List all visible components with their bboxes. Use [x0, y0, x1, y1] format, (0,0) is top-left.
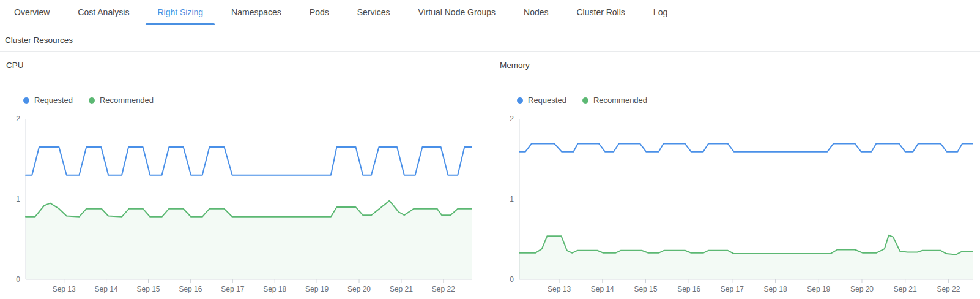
charts-row: CPU Requested Recommended 012Sep 13Sep 1…: [0, 61, 980, 299]
y-tick-label: 1: [16, 195, 20, 203]
x-tick-label: Sep 17: [721, 285, 744, 293]
tab-log[interactable]: Log: [639, 0, 681, 25]
memory-legend: Requested Recommended: [517, 96, 975, 105]
requested-dot-icon: [517, 97, 523, 104]
x-tick-label: Sep 13: [548, 285, 571, 293]
y-tick-label: 1: [510, 195, 514, 203]
requested-line: [26, 147, 472, 175]
section-title: Cluster Resources: [0, 25, 980, 52]
recommended-area: [519, 235, 973, 279]
memory-chart-panel: Memory Requested Recommended 012Sep 13Se…: [499, 61, 975, 299]
x-tick-label: Sep 18: [263, 285, 286, 293]
cpu-legend: Requested Recommended: [23, 96, 474, 105]
cpu-chart-title: CPU: [5, 61, 474, 77]
legend-item-requested[interactable]: Requested: [517, 96, 566, 105]
tab-cluster-rolls[interactable]: Cluster Rolls: [562, 0, 639, 25]
x-tick-label: Sep 22: [432, 285, 455, 293]
y-tick-label: 0: [16, 275, 20, 284]
x-tick-label: Sep 20: [850, 285, 874, 293]
legend-item-recommended[interactable]: Recommended: [582, 96, 647, 105]
tab-cost-analysis[interactable]: Cost Analysis: [64, 0, 143, 25]
tab-overview[interactable]: Overview: [0, 0, 64, 25]
x-tick-label: Sep 19: [807, 285, 830, 293]
x-tick-label: Sep 14: [95, 285, 118, 293]
requested-dot-icon: [23, 97, 29, 104]
x-tick-label: Sep 18: [764, 285, 787, 293]
legend-label-requested: Requested: [528, 96, 566, 105]
legend-label-recommended: Recommended: [100, 96, 154, 105]
tab-namespaces[interactable]: Namespaces: [217, 0, 295, 25]
tab-right-sizing[interactable]: Right Sizing: [143, 0, 217, 25]
x-tick-label: Sep 19: [305, 285, 329, 293]
tab-services[interactable]: Services: [343, 0, 404, 25]
recommended-area: [26, 201, 472, 279]
x-tick-label: Sep 15: [634, 285, 657, 293]
x-tick-label: Sep 17: [221, 285, 244, 293]
cpu-chart-panel: CPU Requested Recommended 012Sep 13Sep 1…: [5, 61, 474, 299]
x-tick-label: Sep 16: [677, 285, 700, 293]
legend-item-recommended[interactable]: Recommended: [89, 96, 154, 105]
x-tick-label: Sep 21: [894, 285, 917, 293]
memory-chart-canvas[interactable]: 012Sep 13Sep 14Sep 15Sep 16Sep 17Sep 18S…: [499, 110, 975, 299]
x-tick-label: Sep 13: [53, 285, 76, 293]
x-tick-label: Sep 14: [591, 285, 614, 293]
x-tick-label: Sep 16: [179, 285, 202, 293]
legend-item-requested[interactable]: Requested: [23, 96, 73, 105]
tab-bar: OverviewCost AnalysisRight SizingNamespa…: [0, 0, 980, 25]
y-tick-label: 2: [510, 115, 514, 123]
recommended-dot-icon: [89, 97, 95, 104]
recommended-dot-icon: [582, 97, 588, 104]
y-tick-label: 0: [510, 275, 514, 284]
y-tick-label: 2: [16, 115, 20, 123]
x-tick-label: Sep 22: [937, 285, 960, 293]
x-tick-label: Sep 21: [390, 285, 413, 293]
legend-label-recommended: Recommended: [593, 96, 647, 105]
tab-virtual-node-groups[interactable]: Virtual Node Groups: [404, 0, 510, 25]
cpu-chart-canvas[interactable]: 012Sep 13Sep 14Sep 15Sep 16Sep 17Sep 18S…: [5, 110, 474, 299]
requested-line: [519, 144, 973, 152]
tab-pods[interactable]: Pods: [295, 0, 343, 25]
tab-nodes[interactable]: Nodes: [510, 0, 562, 25]
x-tick-label: Sep 20: [347, 285, 371, 293]
memory-chart-title: Memory: [499, 61, 975, 77]
legend-label-requested: Requested: [34, 96, 73, 105]
x-tick-label: Sep 15: [136, 285, 160, 293]
